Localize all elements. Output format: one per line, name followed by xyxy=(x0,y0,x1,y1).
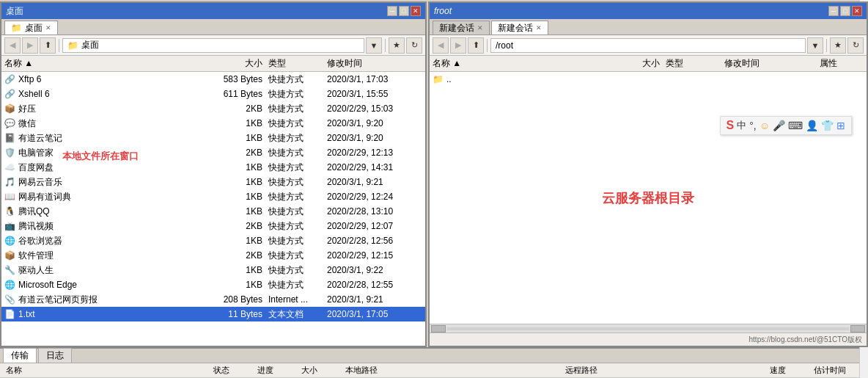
dropdown-btn-left[interactable]: ▼ xyxy=(366,37,382,54)
tab-desktop[interactable]: 📁 桌面 ✕ xyxy=(4,21,58,34)
col-size-header-right: 大小 xyxy=(600,57,666,70)
bottom-col-status: 状态 xyxy=(213,365,257,376)
tab-close-icon[interactable]: ✕ xyxy=(45,24,51,32)
file-icon-tencent-video: 📺 xyxy=(4,221,15,231)
sogou-keyboard[interactable]: ⌨ xyxy=(788,120,803,131)
bottom-col-localpath: 本地路径 xyxy=(345,365,550,376)
up-btn-right[interactable]: ⬆ xyxy=(468,37,484,54)
file-row[interactable]: 🔧驱动人生 1KB 快捷方式 2020/3/1, 9:22 xyxy=(1,263,425,277)
file-icon-edge: 🌐 xyxy=(4,280,15,290)
right-title-bar: froot ─ □ ✕ xyxy=(430,3,867,19)
sogou-skin[interactable]: 👕 xyxy=(821,120,834,131)
back-btn-right[interactable]: ◀ xyxy=(433,37,449,54)
tab-transfer[interactable]: 传输 xyxy=(3,348,37,363)
file-row[interactable]: 📎有道云笔记网页剪报 208 Bytes Internet ... 2020/3… xyxy=(1,292,425,307)
file-row[interactable]: 📖网易有道词典 1KB 快捷方式 2020/2/29, 12:24 xyxy=(1,189,425,204)
refresh-btn-right[interactable]: ↻ xyxy=(847,37,864,54)
bookmark-btn-right[interactable]: ★ xyxy=(830,37,846,54)
sogou-chinese-mode[interactable]: 中 xyxy=(737,119,746,132)
file-row[interactable]: 🔗Xshell 6 611 Bytes 快捷方式 2020/3/1, 15:55 xyxy=(1,87,425,101)
file-icon-youdao: 📓 xyxy=(4,133,15,143)
path-bar-right[interactable]: /root xyxy=(490,38,806,53)
sogou-punctuation[interactable]: °, xyxy=(749,120,757,131)
close-btn[interactable]: ✕ xyxy=(411,6,421,16)
path-text-right: /root xyxy=(496,40,513,51)
right-file-list: 📁 .. S 中 °, ☺ 🎤 ⌨ 👤 👕 xyxy=(430,72,867,324)
dropdown-btn-right[interactable]: ▼ xyxy=(807,37,823,54)
tab-label: 桌面 xyxy=(25,22,43,34)
file-icon-wechat: 💬 xyxy=(4,118,15,128)
sogou-logo: S xyxy=(727,119,735,132)
col-date-header: 修改时间 xyxy=(327,57,422,70)
right-toolbar: ◀ ▶ ⬆ /root ▼ ★ ↻ xyxy=(430,35,867,56)
right-status-bar: https://blog.csdn.net/@51CTO版权 xyxy=(430,332,867,346)
file-icon-youdao-dict: 📖 xyxy=(4,192,15,202)
sogou-toolbar: S 中 °, ☺ 🎤 ⌨ 👤 👕 ⊞ xyxy=(720,116,852,135)
tab-session1-close[interactable]: ✕ xyxy=(477,24,483,32)
file-row[interactable]: 🎵网易云音乐 1KB 快捷方式 2020/3/1, 9:21 xyxy=(1,175,425,189)
minimize-btn-right[interactable]: ─ xyxy=(828,6,839,16)
bottom-col-name: 名称 xyxy=(3,365,213,376)
bottom-col-progress: 进度 xyxy=(257,365,301,376)
file-row[interactable]: 📦好压 2KB 快捷方式 2020/2/29, 15:03 xyxy=(1,101,425,116)
sogou-emoji[interactable]: ☺ xyxy=(760,120,770,131)
file-row[interactable]: 🐧腾讯QQ 1KB 快捷方式 2020/2/28, 13:10 xyxy=(1,204,425,219)
file-icon-txt: 📄 xyxy=(4,309,15,319)
file-row[interactable]: 📦软件管理 2KB 快捷方式 2020/2/29, 12:15 xyxy=(1,248,425,263)
path-text-left: 桌面 xyxy=(81,39,99,51)
tab-session2[interactable]: 新建会话 ✕ xyxy=(491,21,548,34)
file-icon-baidu: ☁️ xyxy=(4,162,15,172)
bottom-col-eta: 估计时间 xyxy=(814,365,865,376)
tab-log[interactable]: 日志 xyxy=(38,348,72,363)
file-icon-haozip: 📦 xyxy=(4,103,15,114)
file-icon-driver: 🔧 xyxy=(4,265,15,275)
path-bar-left[interactable]: 📁 桌面 xyxy=(62,38,364,53)
file-row-dotdot[interactable]: 📁 .. xyxy=(430,72,867,87)
file-icon-chrome: 🌐 xyxy=(4,236,15,246)
file-row[interactable]: 📓有道云笔记 1KB 快捷方式 2020/3/1, 9:20 xyxy=(1,131,425,145)
file-icon-youdao-clip: 📎 xyxy=(4,294,15,305)
refresh-btn[interactable]: ↻ xyxy=(406,37,422,54)
col-name-header: 名称 ▲ xyxy=(4,57,202,70)
sogou-voice[interactable]: 🎤 xyxy=(773,120,785,131)
file-icon-xftp: 🔗 xyxy=(4,74,15,84)
tab-session1-label: 新建会话 xyxy=(439,22,474,34)
forward-btn-right[interactable]: ▶ xyxy=(450,37,466,54)
tab-session2-label: 新建会话 xyxy=(498,22,533,34)
file-row[interactable]: 📺腾讯视频 2KB 快捷方式 2020/2/29, 12:07 xyxy=(1,219,425,233)
col-name-header-right: 名称 ▲ xyxy=(433,57,600,70)
file-icon-xshell: 🔗 xyxy=(4,89,15,99)
file-row[interactable]: 🌐谷歌浏览器 1KB 快捷方式 2020/2/28, 12:56 xyxy=(1,233,425,248)
separator2 xyxy=(385,39,386,52)
sogou-user[interactable]: 👤 xyxy=(806,120,818,131)
tab-session1[interactable]: 新建会话 ✕ xyxy=(433,21,490,34)
file-icon-softmgr: 📦 xyxy=(4,250,15,261)
maximize-btn-right[interactable]: □ xyxy=(840,6,850,16)
left-window-title: 桌面 xyxy=(6,5,23,18)
file-row[interactable]: 🔗Xftp 6 583 Bytes 快捷方式 2020/3/1, 17:03 xyxy=(1,72,425,87)
up-btn[interactable]: ⬆ xyxy=(40,37,56,54)
col-attr-header-right: 属性 xyxy=(820,57,864,70)
file-row-selected[interactable]: 📄1.txt 11 Bytes 文本文档 2020/3/1, 17:05 xyxy=(1,307,425,321)
file-icon-qq: 🐧 xyxy=(4,206,15,217)
file-row[interactable]: 💬微信 1KB 快捷方式 2020/3/1, 9:20 xyxy=(1,116,425,131)
forward-btn[interactable]: ▶ xyxy=(22,37,38,54)
close-btn-right[interactable]: ✕ xyxy=(852,6,862,16)
folder-icon-path: 📁 xyxy=(67,40,78,51)
bottom-col-remotepath: 远程路径 xyxy=(565,365,770,376)
minimize-btn[interactable]: ─ xyxy=(387,6,397,16)
file-row[interactable]: 🌐Microsoft Edge 1KB 快捷方式 2020/2/28, 12:5… xyxy=(1,277,425,292)
separator4 xyxy=(826,39,827,52)
back-btn[interactable]: ◀ xyxy=(4,37,21,54)
tab-session2-close[interactable]: ✕ xyxy=(536,24,542,32)
maximize-btn[interactable]: □ xyxy=(399,6,409,16)
bottom-col-size: 大小 xyxy=(301,365,345,376)
left-col-header: 名称 ▲ 大小 类型 修改时间 xyxy=(1,56,425,72)
left-file-list: 本地文件所在窗口 🔗Xftp 6 583 Bytes 快捷方式 2020/3/1… xyxy=(1,72,425,346)
separator1 xyxy=(59,39,59,52)
right-hscrollbar[interactable] xyxy=(430,324,867,332)
left-annotation: 本地文件所在窗口 xyxy=(60,149,141,164)
bookmark-btn[interactable]: ★ xyxy=(389,37,405,54)
sogou-tools[interactable]: ⊞ xyxy=(836,120,845,131)
tab-folder-icon: 📁 xyxy=(11,23,22,33)
